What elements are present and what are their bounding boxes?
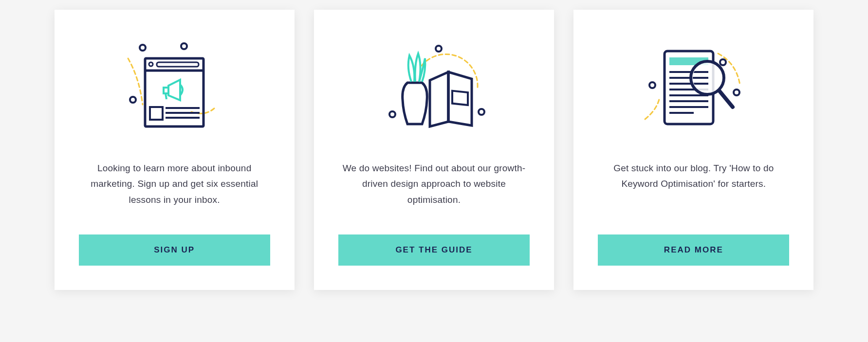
card-description: Get stuck into our blog. Try 'How to do … bbox=[598, 161, 789, 208]
svg-rect-8 bbox=[150, 107, 163, 120]
svg-line-7 bbox=[166, 93, 166, 99]
svg-point-14 bbox=[479, 109, 484, 115]
megaphone-window-icon bbox=[116, 34, 233, 141]
cards-container: Looking to learn more about inbound mark… bbox=[55, 10, 814, 290]
svg-point-19 bbox=[649, 82, 655, 88]
svg-point-2 bbox=[130, 97, 136, 103]
svg-point-17 bbox=[720, 59, 726, 65]
svg-rect-15 bbox=[452, 91, 468, 105]
card-description: We do websites! Find out about our growt… bbox=[338, 161, 530, 208]
svg-line-31 bbox=[719, 90, 733, 107]
svg-point-18 bbox=[734, 90, 739, 95]
get-the-guide-button[interactable]: GET THE GUIDE bbox=[338, 234, 530, 266]
card-description: Looking to learn more about inbound mark… bbox=[79, 161, 270, 208]
card-signup: Looking to learn more about inbound mark… bbox=[55, 10, 295, 290]
svg-point-0 bbox=[140, 45, 146, 51]
book-plant-icon bbox=[375, 34, 492, 141]
card-guide: We do websites! Find out about our growt… bbox=[314, 10, 554, 290]
sign-up-button[interactable]: SIGN UP bbox=[79, 234, 270, 266]
svg-point-12 bbox=[436, 46, 442, 52]
tablet-magnifier-icon bbox=[635, 34, 752, 141]
card-blog: Get stuck into our blog. Try 'How to do … bbox=[573, 10, 813, 290]
svg-rect-3 bbox=[145, 58, 203, 126]
read-more-button[interactable]: READ MORE bbox=[598, 234, 789, 266]
svg-rect-6 bbox=[157, 62, 199, 67]
svg-point-13 bbox=[389, 111, 395, 117]
svg-point-5 bbox=[149, 62, 153, 66]
svg-point-1 bbox=[181, 43, 187, 49]
